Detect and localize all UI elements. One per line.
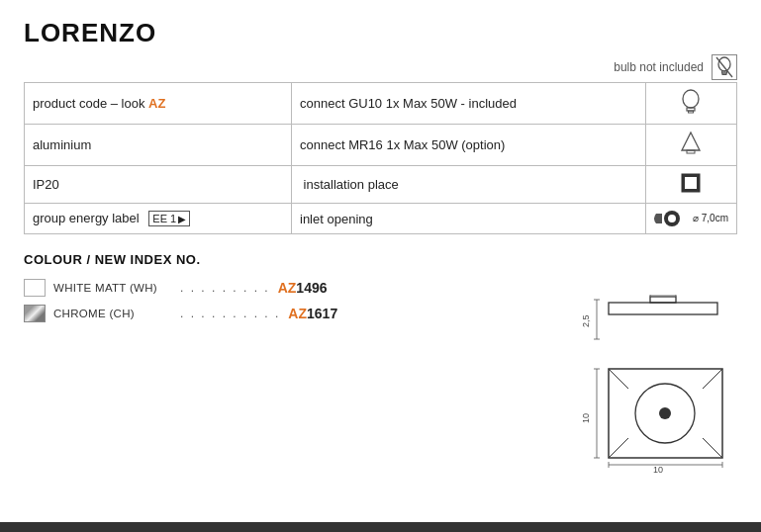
svg-rect-2 — [722, 73, 726, 75]
svg-line-36 — [609, 438, 628, 458]
table-row-3: IP20 installation place — [25, 166, 737, 204]
row2-label: aluminium — [25, 125, 292, 166]
swatch-chrome — [24, 305, 46, 322]
colour-dots-chrome: . . . . . . . . . . — [180, 307, 280, 320]
svg-point-0 — [718, 57, 730, 71]
svg-rect-6 — [689, 111, 694, 113]
bulb-note-text: bulb not included — [614, 60, 704, 74]
row3-label: IP20 — [25, 166, 292, 204]
colour-name-white: WHITE MATT (WH) — [53, 282, 172, 294]
svg-line-35 — [703, 369, 722, 389]
colour-num-chrome: 1617 — [307, 306, 337, 321]
bulb-icon — [712, 54, 737, 80]
colour-code-chrome: AZ1617 — [288, 306, 337, 321]
product-title: LORENZO — [24, 18, 737, 48]
svg-rect-10 — [685, 177, 697, 189]
colour-dots-white: . . . . . . . . . — [180, 281, 270, 295]
row2-icon — [645, 125, 736, 166]
colour-num-white: 1496 — [296, 280, 327, 296]
colour-az-chrome: AZ — [288, 306, 307, 321]
row1-label-prefix: product code – look — [33, 96, 148, 111]
colour-name-chrome: CHROME (CH) — [53, 308, 172, 319]
svg-rect-8 — [687, 150, 695, 153]
table-row-1: product code – look AZ connect GU10 1x M… — [25, 83, 737, 125]
swatch-white — [24, 279, 46, 297]
row4-icon: ⌀ 7,0cm — [645, 204, 736, 234]
svg-rect-18 — [650, 297, 676, 303]
svg-line-34 — [609, 369, 628, 389]
row3-icon — [645, 166, 736, 204]
top-diagram: 2,5 2,5 — [579, 295, 737, 349]
svg-text:10: 10 — [581, 413, 591, 423]
inlet-icon — [654, 212, 693, 223]
row4-value: inlet opening — [292, 204, 646, 234]
colour-code-white: AZ1496 — [278, 280, 328, 296]
row1-value: connect GU10 1x Max 50W - included — [292, 83, 646, 125]
row3-value: installation place — [292, 166, 646, 204]
row1-az: AZ — [148, 96, 165, 111]
svg-text:10: 10 — [653, 465, 663, 473]
table-row-4: group energy label EE 1 ▶ inlet opening — [25, 204, 737, 234]
svg-point-33 — [659, 407, 671, 419]
row2-value: connect MR16 1x Max 50W (option) — [292, 125, 646, 166]
svg-rect-17 — [609, 303, 717, 314]
colour-az-white: AZ — [278, 280, 297, 296]
bottom-bar — [0, 522, 761, 532]
energy-code: EE 1 — [152, 213, 176, 224]
row1-label: product code – look AZ — [25, 83, 292, 125]
svg-point-12 — [668, 215, 676, 222]
svg-line-37 — [703, 438, 722, 458]
svg-point-4 — [683, 90, 699, 108]
bulb-note-row: bulb not included — [24, 54, 737, 80]
info-table: product code – look AZ connect GU10 1x M… — [24, 82, 737, 234]
bottom-diagram: 10 10 — [579, 364, 737, 473]
svg-marker-7 — [682, 133, 700, 150]
diagram-area: 2,5 2,5 10 10 — [510, 295, 737, 492]
energy-arrow-icon: ▶ — [178, 214, 186, 224]
inlet-diameter: ⌀ 7,0cm — [693, 213, 728, 223]
row4-label: group energy label EE 1 ▶ — [25, 204, 292, 234]
energy-label-badge: EE 1 ▶ — [148, 211, 190, 226]
page: LORENZO bulb not included product code –… — [0, 0, 761, 532]
row1-icon — [645, 83, 736, 125]
table-row-2: aluminium connect MR16 1x Max 50W (optio… — [25, 125, 737, 166]
row4-label-prefix: group energy label — [33, 211, 140, 225]
svg-text:2,5: 2,5 — [581, 314, 591, 327]
colour-section-title: COLOUR / NEW INDEX NO. — [24, 252, 737, 267]
